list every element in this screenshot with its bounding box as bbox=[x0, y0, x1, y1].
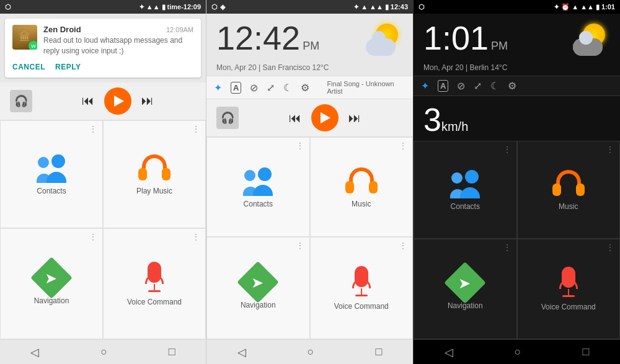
recent-button-2[interactable]: □ bbox=[376, 345, 383, 358]
tile-menu-1[interactable]: ⋮ bbox=[89, 125, 97, 133]
tile-menu-3[interactable]: ⋮ bbox=[89, 233, 97, 241]
notification-body: Read out to loud whatsapp messages and r… bbox=[43, 35, 193, 56]
tile-menu-4[interactable]: ⋮ bbox=[192, 233, 200, 241]
navigation-tile-1[interactable]: ⋮ ➤ Navigation bbox=[0, 228, 103, 339]
qs-settings-2[interactable]: ⚙ bbox=[301, 82, 309, 94]
qs-moon-3[interactable]: ☾ bbox=[490, 80, 499, 92]
tile-menu-10[interactable]: ⋮ bbox=[606, 145, 614, 154]
tile-menu-9[interactable]: ⋮ bbox=[503, 145, 512, 154]
tile-menu-5[interactable]: ⋮ bbox=[296, 141, 304, 150]
nav-icon-1: ➤ bbox=[30, 257, 73, 299]
music-tile-3[interactable]: ⋮ Music bbox=[517, 141, 621, 239]
voice-command-label-2: Voice Command bbox=[334, 302, 389, 311]
mic-stand-2 bbox=[361, 288, 362, 295]
tile-menu-7[interactable]: ⋮ bbox=[296, 241, 304, 250]
next-button-1[interactable]: ⏭ bbox=[141, 94, 154, 108]
play-music-tile-1[interactable]: ⋮ Play Music bbox=[103, 120, 206, 229]
mic-base-3 bbox=[562, 295, 575, 297]
status-left-1: ⬡ bbox=[5, 3, 11, 11]
notification-time: 12:09AM bbox=[166, 26, 193, 33]
bluetooth-icon: ✦ bbox=[139, 3, 144, 11]
headphones-icon-3 bbox=[552, 169, 585, 198]
nav-icon-2: ➤ bbox=[237, 261, 279, 303]
home-button-1[interactable]: ○ bbox=[100, 345, 107, 358]
play-button-2[interactable] bbox=[311, 104, 339, 131]
music-tile-2[interactable]: ⋮ Music bbox=[310, 137, 414, 237]
tile-menu-8[interactable]: ⋮ bbox=[399, 241, 407, 250]
voice-command-tile-2[interactable]: ⋮ Voice Command bbox=[310, 237, 414, 339]
bottom-nav-1: ◁ ○ □ bbox=[0, 339, 206, 364]
song-text-2: Final Song - Unknown Artist bbox=[327, 80, 405, 95]
location-icon-2: ◈ bbox=[220, 3, 225, 11]
voice-command-tile-3[interactable]: ⋮ Voice Command bbox=[517, 239, 621, 339]
tile-menu-2[interactable]: ⋮ bbox=[192, 125, 200, 133]
cloud-2 bbox=[366, 38, 396, 56]
android-icon-2: ⬡ bbox=[211, 3, 218, 11]
prev-button-1[interactable]: ⏮ bbox=[82, 94, 94, 108]
contacts-label-3: Contacts bbox=[451, 202, 480, 211]
time-display-3: 1:01 bbox=[601, 3, 615, 11]
bluetooth-icon-2: ✦ bbox=[353, 3, 359, 11]
qs-rotate-2[interactable]: ⊘ bbox=[250, 82, 258, 94]
voice-command-label-1: Voice Command bbox=[127, 298, 182, 306]
tile-menu-6[interactable]: ⋮ bbox=[399, 141, 407, 150]
mic-base-2 bbox=[355, 295, 368, 296]
voice-command-tile-1[interactable]: ⋮ Voice Command bbox=[103, 228, 206, 339]
back-button-3[interactable]: ◁ bbox=[445, 345, 453, 359]
qs-moon-2[interactable]: ☾ bbox=[283, 82, 292, 94]
wifi-icon-3: ▲ bbox=[572, 3, 578, 11]
person-head-fg-2 bbox=[258, 167, 272, 181]
cancel-button[interactable]: CANCEL bbox=[12, 63, 45, 71]
contacts-tile-3[interactable]: ⋮ Contacts bbox=[414, 141, 517, 239]
reply-button[interactable]: REPLY bbox=[55, 63, 81, 71]
recent-button-3[interactable]: □ bbox=[583, 345, 590, 358]
prev-button-2[interactable]: ⏮ bbox=[289, 111, 301, 125]
contacts-tile-2[interactable]: ⋮ Contacts bbox=[206, 137, 310, 237]
speed-unit: km/h bbox=[441, 120, 468, 134]
qs-expand-3[interactable]: ⤢ bbox=[474, 80, 482, 92]
qs-auto-3[interactable]: A bbox=[438, 80, 448, 92]
headphones-icon-1 bbox=[138, 153, 170, 183]
hp-left-3 bbox=[552, 184, 561, 196]
alarm-icon-3: ⏰ bbox=[561, 3, 570, 11]
back-button-1[interactable]: ◁ bbox=[30, 345, 39, 359]
recent-button-1[interactable]: □ bbox=[169, 345, 175, 358]
battery-icon-3: ▮ bbox=[596, 3, 600, 11]
panel-3: ⬡ ✦ ⏰ ▲ ▲▲ ▮ 1:01 1:01 PM Mon, Apr 20 | … bbox=[414, 0, 620, 364]
play-button-1[interactable] bbox=[104, 87, 131, 115]
mic-stand-3 bbox=[568, 289, 569, 295]
home-button-2[interactable]: ○ bbox=[308, 345, 314, 358]
weather-icon-3 bbox=[570, 21, 610, 61]
headphones-icon-2 bbox=[345, 166, 378, 196]
qs-settings-3[interactable]: ⚙ bbox=[508, 80, 516, 92]
navigation-tile-3[interactable]: ⋮ ➤ Navigation bbox=[414, 239, 517, 339]
qs-auto-2[interactable]: A bbox=[231, 82, 241, 94]
home-button-3[interactable]: ○ bbox=[515, 345, 521, 358]
speed-display-3: 3 km/h bbox=[414, 96, 620, 141]
contacts-tile-1[interactable]: ⋮ Contacts bbox=[0, 120, 103, 229]
person-head-fg-3 bbox=[465, 170, 479, 184]
contacts-label-1: Contacts bbox=[37, 187, 66, 195]
voice-command-label-3: Voice Command bbox=[541, 303, 596, 311]
tile-menu-11[interactable]: ⋮ bbox=[503, 243, 512, 252]
tile-menu-12[interactable]: ⋮ bbox=[606, 243, 614, 252]
qs-bluetooth-2[interactable]: ✦ bbox=[214, 82, 222, 94]
status-right-3: ✦ ⏰ ▲ ▲▲ ▮ 1:01 bbox=[554, 3, 615, 11]
music-player-2: 🎧 ⏮ ⏭ bbox=[206, 99, 413, 137]
notification-title-row: Zen Droid 12:09AM bbox=[43, 25, 193, 34]
qs-bluetooth-3[interactable]: ✦ bbox=[421, 80, 429, 92]
play-triangle-1 bbox=[114, 95, 124, 107]
navigation-tile-2[interactable]: ⋮ ➤ Navigation bbox=[206, 237, 310, 339]
person-body-fg-3 bbox=[460, 187, 480, 198]
time-display-2: 12:43 bbox=[391, 3, 408, 11]
notification-avatar: 🏛 W bbox=[12, 25, 37, 50]
bottom-nav-3: ◁ ○ □ bbox=[414, 339, 620, 364]
qs-rotate-3[interactable]: ⊘ bbox=[457, 80, 465, 92]
battery-icon-2: ▮ bbox=[385, 3, 389, 11]
contacts-label-2: Contacts bbox=[244, 200, 273, 208]
wifi-icon-2: ▲ bbox=[361, 3, 368, 11]
qs-expand-2[interactable]: ⤢ bbox=[267, 82, 275, 94]
back-button-2[interactable]: ◁ bbox=[237, 345, 246, 359]
bottom-nav-2: ◁ ○ □ bbox=[206, 339, 413, 364]
next-button-2[interactable]: ⏭ bbox=[348, 111, 361, 125]
